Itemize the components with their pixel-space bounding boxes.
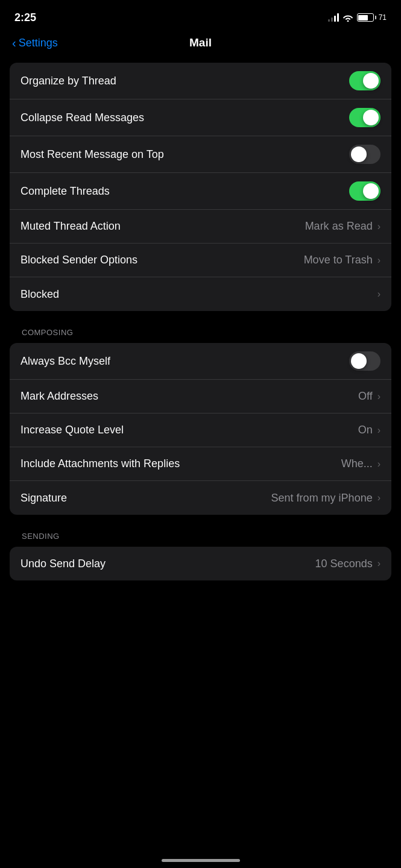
mark-addresses-row[interactable]: Mark Addresses Off ›: [10, 380, 391, 414]
always-bcc-myself-toggle[interactable]: [349, 351, 380, 371]
status-icons: 71: [328, 13, 387, 22]
blocked-sender-options-right: Move to Trash ›: [304, 254, 380, 266]
muted-thread-action-chevron-icon: ›: [377, 221, 380, 232]
blocked-sender-options-chevron-icon: ›: [377, 255, 380, 266]
collapse-read-messages-label: Collapse Read Messages: [21, 112, 144, 124]
blocked-chevron-icon: ›: [377, 289, 380, 300]
complete-threads-label: Complete Threads: [21, 185, 110, 198]
increase-quote-level-right: On ›: [358, 424, 380, 436]
blocked-right: ›: [377, 289, 380, 300]
blocked-label: Blocked: [21, 288, 59, 301]
collapse-read-messages-row[interactable]: Collapse Read Messages: [10, 99, 391, 136]
increase-quote-level-row[interactable]: Increase Quote Level On ›: [10, 414, 391, 447]
signature-row[interactable]: Signature Sent from my iPhone ›: [10, 481, 391, 515]
composing-section-label: COMPOSING: [0, 323, 401, 341]
back-chevron-icon: ‹: [12, 36, 16, 50]
mark-addresses-value: Off: [358, 390, 373, 403]
mark-addresses-chevron-icon: ›: [377, 391, 380, 402]
signature-right: Sent from my iPhone ›: [271, 492, 380, 505]
undo-send-delay-right: 10 Seconds ›: [315, 558, 380, 570]
mark-addresses-label: Mark Addresses: [21, 390, 98, 403]
page-title: Mail: [189, 36, 212, 49]
undo-send-delay-row[interactable]: Undo Send Delay 10 Seconds ›: [10, 547, 391, 580]
undo-send-delay-value: 10 Seconds: [315, 558, 373, 570]
include-attachments-right: Whe... ›: [341, 458, 380, 470]
sending-group: Undo Send Delay 10 Seconds ›: [10, 547, 391, 580]
include-attachments-chevron-icon: ›: [377, 459, 380, 470]
signature-label: Signature: [21, 492, 67, 505]
most-recent-on-top-label: Most Recent Message on Top: [21, 148, 164, 161]
navigation-bar: ‹ Settings Mail: [0, 31, 401, 58]
blocked-sender-options-label: Blocked Sender Options: [21, 254, 137, 266]
signature-chevron-icon: ›: [377, 492, 380, 503]
wifi-icon: [343, 13, 353, 22]
sending-section-label: SENDING: [0, 527, 401, 544]
status-bar: 2:25 71: [0, 0, 401, 31]
increase-quote-level-label: Increase Quote Level: [21, 424, 124, 436]
home-indicator: [162, 859, 240, 862]
increase-quote-level-value: On: [358, 424, 373, 436]
blocked-row[interactable]: Blocked ›: [10, 277, 391, 311]
undo-send-delay-label: Undo Send Delay: [21, 558, 106, 570]
most-recent-on-top-toggle[interactable]: [349, 145, 380, 164]
always-bcc-myself-row[interactable]: Always Bcc Myself: [10, 343, 391, 380]
threading-group: Organize by Thread Collapse Read Message…: [10, 63, 391, 311]
include-attachments-label: Include Attachments with Replies: [21, 458, 180, 470]
signature-value: Sent from my iPhone: [271, 492, 373, 505]
undo-send-delay-chevron-icon: ›: [377, 558, 380, 569]
mark-addresses-right: Off ›: [358, 390, 380, 403]
blocked-sender-options-value: Move to Trash: [304, 254, 373, 266]
back-button[interactable]: ‹ Settings: [12, 36, 58, 50]
organize-by-thread-toggle[interactable]: [349, 71, 380, 90]
most-recent-on-top-row[interactable]: Most Recent Message on Top: [10, 136, 391, 173]
back-label: Settings: [19, 37, 58, 49]
blocked-sender-options-row[interactable]: Blocked Sender Options Move to Trash ›: [10, 244, 391, 277]
include-attachments-row[interactable]: Include Attachments with Replies Whe... …: [10, 447, 391, 481]
complete-threads-row[interactable]: Complete Threads: [10, 173, 391, 210]
always-bcc-myself-label: Always Bcc Myself: [21, 355, 110, 368]
complete-threads-toggle[interactable]: [349, 181, 380, 201]
composing-group: Always Bcc Myself Mark Addresses Off › I…: [10, 343, 391, 515]
muted-thread-action-row[interactable]: Muted Thread Action Mark as Read ›: [10, 210, 391, 244]
signal-icon: [328, 13, 339, 22]
include-attachments-value: Whe...: [341, 458, 373, 470]
battery-icon: 71: [357, 13, 387, 22]
battery-level: 71: [379, 13, 387, 22]
organize-by-thread-row[interactable]: Organize by Thread: [10, 63, 391, 99]
muted-thread-action-value: Mark as Read: [305, 220, 373, 233]
muted-thread-action-right: Mark as Read ›: [305, 220, 380, 233]
muted-thread-action-label: Muted Thread Action: [21, 220, 121, 233]
status-time: 2:25: [14, 11, 36, 24]
organize-by-thread-label: Organize by Thread: [21, 75, 116, 87]
increase-quote-level-chevron-icon: ›: [377, 425, 380, 436]
collapse-read-messages-toggle[interactable]: [349, 108, 380, 127]
